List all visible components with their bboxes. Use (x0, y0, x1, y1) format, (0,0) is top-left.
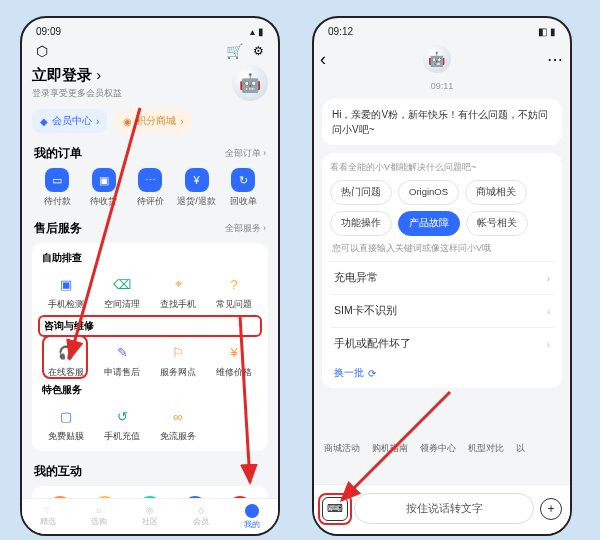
self-find-phone[interactable]: ⌖ 查找手机 (150, 269, 206, 315)
recycle-icon: ↻ (231, 168, 255, 192)
suggestion-item[interactable]: 商城活动 (324, 442, 360, 455)
refund-icon: ¥ (185, 168, 209, 192)
order-recycle[interactable]: ↻ 回收单 (222, 168, 264, 208)
status-icons: ▴ ▮ (250, 26, 264, 37)
suggestion-item[interactable]: 机型对比 (468, 442, 504, 455)
space-clean-icon: ⌫ (111, 273, 133, 295)
statusbar-left: 09:09 ▴ ▮ (22, 18, 278, 41)
chip-mall[interactable]: 商城相关 (465, 180, 527, 205)
consult-repair-title: 咨询与维修 (38, 315, 262, 337)
chevron-right-icon: › (547, 273, 550, 284)
phone-recharge[interactable]: ↺ 手机充值 (94, 401, 150, 447)
refresh-button[interactable]: 换一批 ⟳ (330, 360, 380, 380)
apply-icon: ✎ (111, 341, 133, 363)
interaction-card (32, 486, 268, 498)
list-device-broken[interactable]: 手机或配件坏了 › (330, 327, 554, 360)
back-button[interactable]: ‹ (320, 49, 326, 70)
status-icons: ◧ ▮ (538, 26, 556, 37)
gear-icon[interactable]: ⚙ (253, 44, 264, 58)
apply-aftersale[interactable]: ✎ 申请售后 (94, 337, 150, 383)
chip-product-fault[interactable]: 产品故障 (398, 211, 460, 236)
topic-card: 看看全能的小V都能解决什么问题吧~ 热门问题 OriginOS 商城相关 功能操… (322, 153, 562, 388)
find-phone-icon: ⌖ (167, 273, 189, 295)
keyboard-toggle[interactable]: ⌨ (322, 497, 348, 521)
login-title: 立即登录 (32, 66, 122, 85)
order-to-pay[interactable]: ▭ 待付款 (36, 168, 78, 208)
film-icon: ▢ (55, 405, 77, 427)
list-charge-abnormal[interactable]: 充电异常 › (330, 261, 554, 294)
tab-member[interactable]: ◇ 会员 (193, 506, 209, 527)
list-sim-not-detected[interactable]: SIM卡不识别 › (330, 294, 554, 327)
self-faq[interactable]: ? 常见问题 (206, 269, 262, 315)
price-icon: ¥ (223, 341, 245, 363)
chip-originos[interactable]: OriginOS (398, 180, 459, 205)
repair-price[interactable]: ¥ 维修价格 (206, 337, 262, 383)
heart-icon: ♡ (44, 506, 51, 515)
chevron-right-icon: › (180, 116, 183, 127)
self-phone-detect[interactable]: ▣ 手机检测 (38, 269, 94, 315)
chat-header: ‹ 🤖 ⋯ (314, 41, 570, 77)
free-data[interactable]: ∞ 免流服务 (150, 401, 206, 447)
more-button[interactable]: ⋯ (547, 50, 564, 69)
phone-left: 09:09 ▴ ▮ ⬡ 🛒 ⚙ 立即登录 登录享受更多会员权益 🤖 ◆ 会员中心… (20, 16, 280, 536)
suggestion-item[interactable]: 以 (516, 442, 525, 455)
cta-points-mall[interactable]: ◉ 积分商城 › (115, 109, 191, 133)
truck-icon: ▣ (92, 168, 116, 192)
status-time: 09:12 (328, 26, 353, 37)
chip-account[interactable]: 帐号相关 (466, 211, 528, 236)
order-to-receive[interactable]: ▣ 待收货 (83, 168, 125, 208)
sub-hint: 您可以直接输入关键词或像这样问小V哦 (332, 242, 552, 255)
phone-detect-icon: ▣ (55, 273, 77, 295)
chip-function[interactable]: 功能操作 (330, 211, 392, 236)
order-to-review[interactable]: ⋯ 待评价 (129, 168, 171, 208)
service-outlets[interactable]: ⚐ 服务网点 (150, 337, 206, 383)
cta-row: ◆ 会员中心 › ◉ 积分商城 › (32, 109, 268, 133)
user-icon (245, 504, 259, 518)
review-icon: ⋯ (138, 168, 162, 192)
data-free-icon: ∞ (167, 405, 189, 427)
suggestion-item[interactable]: 购机指南 (372, 442, 408, 455)
order-refund[interactable]: ¥ 退货/退款 (176, 168, 218, 208)
orders-row: ▭ 待付款 ▣ 待收货 ⋯ 待评价 ¥ 退货/退款 ↻ 回收单 (32, 162, 268, 208)
aftersale-all-link[interactable]: 全部服务 › (225, 222, 267, 235)
orders-head: 我的订单 全部订单 › (32, 145, 268, 162)
settings-hex-icon[interactable]: ⬡ (36, 43, 48, 59)
community-icon: ◎ (146, 506, 153, 515)
badge-icon: ◆ (40, 116, 48, 127)
recharge-icon: ↺ (111, 405, 133, 427)
chat-body: 09:11 Hi，亲爱的V粉，新年快乐！有什么问题，不妨问问小V吧~ 看看全能的… (314, 77, 570, 484)
online-service[interactable]: 🎧 在线客服 (38, 337, 94, 383)
login-row[interactable]: 立即登录 登录享受更多会员权益 🤖 (32, 65, 268, 101)
aftersale-head: 售后服务 全部服务 › (32, 220, 268, 237)
chat-timestamp: 09:11 (318, 81, 566, 91)
tab-featured[interactable]: ♡ 精选 (40, 506, 56, 527)
avatar[interactable]: 🤖 (232, 65, 268, 101)
voice-input-button[interactable]: 按住说话转文字 (354, 493, 534, 524)
chip-hot[interactable]: 热门问题 (330, 180, 392, 205)
chevron-right-icon: › (547, 339, 550, 350)
diamond-icon: ◇ (198, 506, 204, 515)
cart-icon[interactable]: 🛒 (226, 43, 243, 59)
outlet-icon: ⚐ (167, 341, 189, 363)
tab-mine[interactable]: 我的 (244, 504, 260, 530)
interaction-head: 我的互动 (32, 463, 268, 480)
greeting-bubble: Hi，亲爱的V粉，新年快乐！有什么问题，不妨问问小V吧~ (322, 99, 562, 145)
status-time: 09:09 (36, 26, 61, 37)
suggestion-row: 商城活动 购机指南 领券中心 机型对比 以 (318, 436, 566, 461)
self-space-clean[interactable]: ⌫ 空间清理 (94, 269, 150, 315)
coin-icon: ◉ (123, 116, 132, 127)
self-check-grid: ▣ 手机检测 ⌫ 空间清理 ⌖ 查找手机 ? 常见问题 (38, 269, 262, 315)
suggestion-item[interactable]: 领券中心 (420, 442, 456, 455)
chevron-right-icon: › (547, 306, 550, 317)
plus-button[interactable]: ＋ (540, 498, 562, 520)
refresh-icon: ⟳ (368, 368, 376, 379)
aftersale-card: 自助排查 ▣ 手机检测 ⌫ 空间清理 ⌖ 查找手机 ? 常见问题 (32, 243, 268, 451)
cta-member-center[interactable]: ◆ 会员中心 › (32, 109, 107, 133)
tab-shop[interactable]: ⌂ 选购 (91, 506, 107, 527)
chevron-right-icon: › (96, 116, 99, 127)
free-film[interactable]: ▢ 免费贴膜 (38, 401, 94, 447)
special-service-title: 特色服务 (38, 383, 262, 401)
phone-right: 09:12 ◧ ▮ ‹ 🤖 ⋯ 09:11 Hi，亲爱的V粉，新年快乐！有什么问… (312, 16, 572, 536)
orders-all-link[interactable]: 全部订单 › (225, 147, 267, 160)
tab-community[interactable]: ◎ 社区 (142, 506, 158, 527)
